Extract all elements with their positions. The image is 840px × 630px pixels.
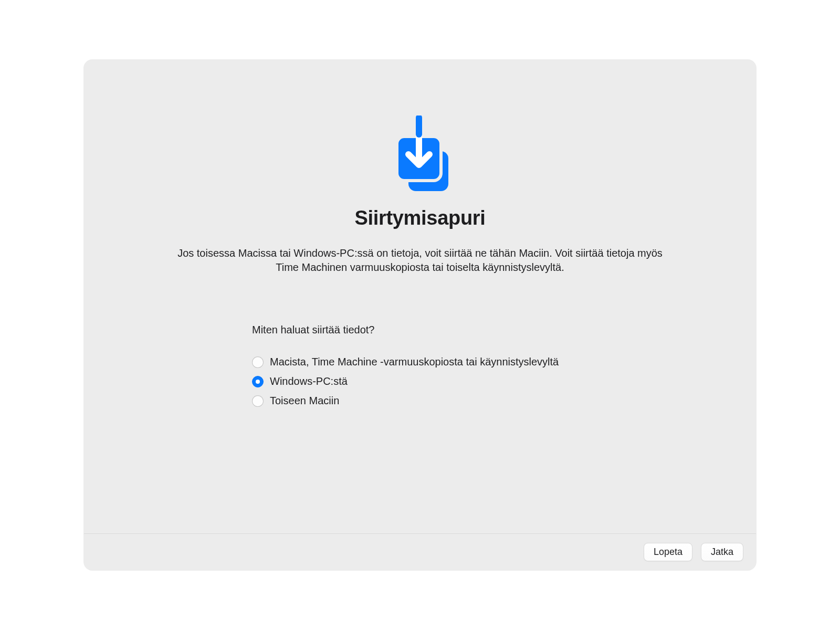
option-to-another-mac[interactable]: Toiseen Maciin (252, 395, 588, 407)
radio-button[interactable] (252, 376, 264, 387)
main-content: Siirtymisapuri Jos toisessa Macissa tai … (84, 60, 756, 533)
quit-button[interactable]: Lopeta (644, 543, 692, 561)
radio-button[interactable] (252, 356, 264, 368)
options-group: Macista, Time Machine -varmuuskopiosta t… (252, 356, 588, 407)
option-from-mac-timemachine[interactable]: Macista, Time Machine -varmuuskopiosta t… (252, 356, 588, 368)
migration-icon (381, 116, 459, 200)
transfer-question: Miten haluat siirtää tiedot? (252, 324, 588, 336)
page-title: Siirtymisapuri (354, 207, 485, 229)
option-label: Windows-PC:stä (270, 375, 348, 387)
continue-button[interactable]: Jatka (701, 543, 743, 561)
option-label: Toiseen Maciin (270, 395, 339, 407)
radio-button[interactable] (252, 395, 264, 407)
page-description: Jos toisessa Macissa tai Windows-PC:ssä … (168, 246, 672, 275)
transfer-form: Miten haluat siirtää tiedot? Macista, Ti… (252, 324, 588, 407)
footer-bar: Lopeta Jatka (84, 533, 756, 570)
option-label: Macista, Time Machine -varmuuskopiosta t… (270, 356, 559, 368)
migration-assistant-window: Siirtymisapuri Jos toisessa Macissa tai … (84, 60, 756, 570)
option-from-windows-pc[interactable]: Windows-PC:stä (252, 375, 588, 387)
